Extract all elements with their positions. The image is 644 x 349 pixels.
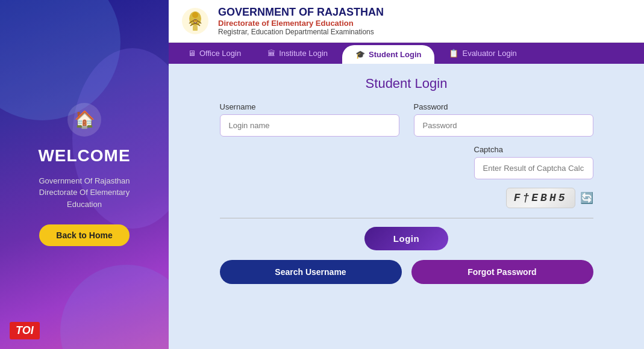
tab-institute[interactable]: 🏛 Institute Login — [254, 43, 341, 64]
form-card: Username Password Captcha F†EBH5 🔄 — [220, 102, 593, 284]
password-group: Password — [414, 102, 593, 137]
form-title: Student Login — [366, 76, 448, 91]
login-btn-wrap: Login — [220, 227, 593, 250]
forgot-password-button[interactable]: Forgot Password — [411, 260, 593, 284]
back-to-home-button[interactable]: Back to Home — [39, 224, 129, 246]
tab-institute-label: Institute Login — [279, 49, 328, 58]
action-row: Search Username Forgot Password — [220, 260, 593, 284]
captcha-input[interactable] — [474, 157, 593, 179]
login-button[interactable]: Login — [364, 227, 448, 250]
tab-evaluator[interactable]: 📋 Evaluator Login — [436, 43, 530, 64]
password-input[interactable] — [414, 114, 593, 137]
evaluator-icon: 📋 — [449, 49, 458, 58]
captcha-label: Captcha — [474, 145, 593, 154]
captcha-input-group: Captcha — [474, 145, 593, 179]
tab-office[interactable]: 🖥 Office Login — [175, 43, 254, 64]
sidebar-description: Government Of Rajasthan Directorate Of E… — [39, 175, 130, 211]
main-content: 🦁 GOVERNMENT OF RAJASTHAN Directorate of… — [169, 0, 644, 349]
header-subtitle: Directorate of Elementary Education — [218, 19, 632, 28]
office-icon: 🖥 — [188, 49, 196, 58]
institute-icon: 🏛 — [267, 49, 275, 58]
tab-student-label: Student Login — [369, 50, 421, 59]
password-label: Password — [414, 102, 593, 111]
welcome-title: WELCOME — [38, 146, 130, 165]
form-area: Student Login Username Password Captcha — [169, 64, 644, 349]
sidebar: 🏠 WELCOME Government Of Rajasthan Direct… — [0, 0, 169, 349]
svg-text:🦁: 🦁 — [193, 19, 198, 24]
tab-office-label: Office Login — [199, 49, 241, 58]
tab-student[interactable]: 🎓 Student Login — [342, 45, 434, 64]
svg-rect-3 — [193, 26, 198, 31]
captcha-refresh-icon[interactable]: 🔄 — [580, 191, 593, 205]
username-group: Username — [220, 102, 399, 137]
captcha-row: Captcha F†EBH5 🔄 — [220, 145, 593, 208]
search-username-button[interactable]: Search Username — [220, 260, 402, 284]
header-sub2: Registrar, Education Departmental Examin… — [218, 28, 632, 36]
toi-badge: TOI — [10, 322, 40, 339]
captcha-image: F†EBH5 — [506, 188, 575, 208]
username-input[interactable] — [220, 114, 399, 137]
header-title: GOVERNMENT OF RAJASTHAN — [218, 6, 632, 19]
header-text: GOVERNMENT OF RAJASTHAN Directorate of E… — [218, 6, 632, 36]
username-label: Username — [220, 102, 399, 111]
tab-evaluator-label: Evaluator Login — [462, 49, 516, 58]
home-icon-wrap: 🏠 — [67, 103, 101, 137]
home-icon: 🏠 — [74, 110, 95, 129]
nav-tabs: 🖥 Office Login 🏛 Institute Login 🎓 Stude… — [169, 43, 644, 64]
captcha-image-wrap: F†EBH5 🔄 — [506, 188, 593, 208]
page-header: 🦁 GOVERNMENT OF RAJASTHAN Directorate of… — [169, 0, 644, 43]
divider — [220, 218, 593, 218]
emblem-icon: 🦁 — [181, 7, 210, 36]
svg-point-2 — [192, 12, 198, 18]
student-icon: 🎓 — [355, 50, 365, 59]
username-password-row: Username Password — [220, 102, 593, 137]
